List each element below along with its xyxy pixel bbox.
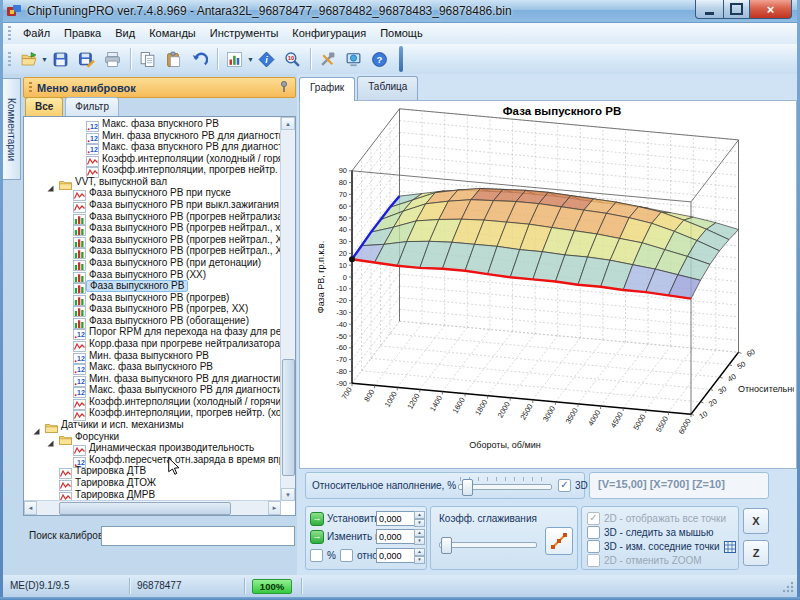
comments-side-tab[interactable]: Комментарии	[3, 78, 21, 180]
option-checkbox-2[interactable]: 3D - изм. соседние точки	[587, 540, 736, 553]
tree-item[interactable]: Фаза выпускного РВ при выкл.зажигания	[25, 199, 280, 211]
relative-value-input[interactable]	[376, 548, 416, 563]
scroll-right-icon[interactable]: ►	[268, 501, 281, 515]
change-value-spinner[interactable]: ▲▼	[414, 529, 425, 544]
toolbar-info-button[interactable]: i	[255, 47, 279, 71]
change-value-input[interactable]	[376, 529, 416, 544]
tree-item[interactable]: Фаза выпускного РВ (обогащение)	[25, 315, 280, 327]
tab-table[interactable]: Таблица	[357, 76, 418, 100]
resize-grip[interactable]	[781, 578, 795, 594]
scroll-up-icon[interactable]: ▲	[281, 117, 295, 130]
smoothing-slider[interactable]	[439, 533, 537, 555]
tree-item[interactable]: VVT, выпускной вал	[25, 176, 280, 188]
tree-item[interactable]: Фаза выпускного РВ (прогрев нейтрализато…	[25, 211, 280, 223]
toolbar-chart-view-button[interactable]	[223, 47, 247, 71]
fill-slider[interactable]	[458, 475, 552, 497]
menu-item-3[interactable]: Команды	[142, 24, 203, 42]
menu-item-6[interactable]: Помощь	[373, 24, 430, 42]
tree-item[interactable]: Датчики и исп. механизмы	[25, 419, 280, 431]
3d-checkbox-box[interactable]: ✓	[558, 479, 571, 492]
tree-item[interactable]: 12Мин. фаза выпускного РВ для диагностик…	[25, 373, 280, 385]
toolbar-undo-button[interactable]	[188, 47, 212, 71]
tree-horizontal-scrollbar[interactable]: ◄ ►	[24, 500, 281, 515]
toolbar-open-file-button[interactable]	[17, 47, 41, 71]
menu-item-0[interactable]: Файл	[16, 24, 57, 42]
menu-item-5[interactable]: Конфигурация	[285, 24, 373, 42]
tree-vertical-scrollbar[interactable]: ▲ ▼	[280, 117, 295, 501]
tree-item[interactable]: Фаза выпускного РВ (прогрев нейтрал., ХХ…	[25, 245, 280, 257]
tree-item[interactable]: 12Коэфф.пересчета отн.заряда в время впр…	[25, 454, 280, 466]
option-checkbox-1[interactable]: 3D - следить за мышью	[587, 526, 714, 539]
tree-item[interactable]: Коэфф.интерполяции (холодный / горячий )	[25, 153, 280, 165]
menu-item-2[interactable]: Вид	[108, 24, 142, 42]
scroll-down-icon[interactable]: ▼	[281, 488, 295, 501]
tree-item[interactable]: Динамическая производительность	[25, 442, 280, 454]
edit-points-button[interactable]	[545, 527, 573, 555]
checkbox-box[interactable]: ✓	[587, 512, 600, 525]
tree-item[interactable]: Фаза выпускного РВ (прогрев, ХХ)	[25, 303, 280, 315]
tree-item[interactable]: 12Мин. фаза выпускного РВ	[25, 350, 280, 362]
tree-item[interactable]: 12Макс. фаза впускного РВ для диагностик…	[25, 141, 280, 153]
tree-item[interactable]: Форсунки	[25, 431, 280, 443]
set-value-input[interactable]	[376, 511, 416, 526]
toolbar-save-as-button[interactable]	[75, 47, 99, 71]
checkbox-box[interactable]	[587, 540, 600, 553]
tree-item[interactable]: Фаза выпускного РВ (при детонации)	[25, 257, 280, 269]
slider-groove[interactable]	[439, 542, 537, 548]
toolbar-help-button[interactable]: ?	[368, 47, 392, 71]
tree-item[interactable]: Корр.фаза при прогреве нейтрализатора	[25, 338, 280, 350]
tree-item[interactable]: Фаза выпускного РВ (прогрев нейтрал., хо…	[25, 222, 280, 234]
tree-item[interactable]: Коэфф.интерполяции, прогрев нейтр. (холо…	[25, 164, 280, 176]
option-checkbox-0[interactable]: ✓2D - отображать все точки	[587, 512, 726, 525]
tree-expander-icon[interactable]	[33, 421, 40, 428]
tree-item[interactable]: Фаза выпускного РВ при пуске	[25, 187, 280, 199]
menu-item-1[interactable]: Правка	[57, 24, 108, 42]
set-value-spinner[interactable]: ▲▼	[414, 511, 425, 526]
pin-icon[interactable]	[277, 80, 291, 94]
relative-checkbox-box[interactable]	[340, 549, 353, 562]
close-button[interactable]: ×	[750, 0, 792, 19]
tree-item[interactable]: 12Макс. фаза выпускного РВ для диагности…	[25, 384, 280, 396]
vertical-scroll-thumb[interactable]	[282, 359, 295, 476]
relative-value-spinner[interactable]: ▲▼	[414, 548, 425, 563]
tree-item[interactable]: Коэфф.интерполяции, прогрев нейтр. (холо…	[25, 407, 280, 419]
tab-filter[interactable]: Фильтр	[65, 97, 119, 116]
tree-item[interactable]: Фаза выпускного РВ (прогрев нейтрал., ХХ…	[25, 234, 280, 246]
tree-item[interactable]: Тарировка ДТОЖ	[25, 477, 280, 489]
tree-item[interactable]: Фаза выпускного РВ (ХХ)	[25, 269, 280, 281]
tree-item[interactable]: Фаза выпускного РВ (прогрев)	[25, 292, 280, 304]
option-checkbox-3[interactable]: 2D - отменить ZOOM	[587, 554, 702, 567]
toolbar-print-button[interactable]	[101, 47, 125, 71]
change-value-button[interactable]: → Изменить на	[310, 530, 386, 544]
checkbox-box[interactable]	[587, 554, 600, 567]
3d-checkbox[interactable]: ✓ 3D	[558, 479, 588, 492]
toolbar-tools-button[interactable]	[316, 47, 340, 71]
tab-all[interactable]: Все	[25, 97, 63, 116]
calibration-search-input[interactable]	[101, 526, 295, 546]
tree-item-selected[interactable]: Фаза выпускного РВ	[25, 280, 280, 292]
tree-expander-icon[interactable]	[47, 433, 54, 440]
maximize-button[interactable]	[724, 0, 750, 19]
toolbar-save-button[interactable]	[49, 47, 73, 71]
menu-item-4[interactable]: Инструменты	[203, 24, 286, 42]
toolbar-zoom-scale-button[interactable]: 10	[281, 47, 305, 71]
slider-thumb[interactable]	[462, 479, 473, 496]
toolbar-copy-button[interactable]	[136, 47, 160, 71]
tab-graph[interactable]: График	[299, 77, 355, 101]
toolbar-paste-button[interactable]	[162, 47, 186, 71]
tree-item[interactable]: Тарировка ДТВ	[25, 465, 280, 477]
toolbar-online-update-button[interactable]	[342, 47, 366, 71]
tree-item[interactable]: 12Порог RPM для перехода на фазу для реж…	[25, 326, 280, 338]
tree-item[interactable]: 12Макс. фаза впускного РВ	[25, 118, 280, 130]
z-axis-button[interactable]: Z	[743, 540, 769, 566]
tree-item[interactable]: 12Мин. фаза впускного РВ для диагностики	[25, 130, 280, 142]
slider-thumb[interactable]	[441, 537, 452, 554]
tree-expander-icon[interactable]	[47, 178, 54, 185]
checkbox-box[interactable]	[587, 526, 600, 539]
percent-checkbox[interactable]: %	[310, 549, 336, 562]
surface-chart[interactable]: -90-80-70-60-50-40-30-20-100102030405060…	[299, 100, 797, 469]
chart-view-dropdown-icon[interactable]: ▼	[247, 56, 254, 63]
tree-item[interactable]: Тарировка ДМРВ	[25, 489, 280, 501]
open-file-dropdown-icon[interactable]: ▼	[41, 56, 48, 63]
percent-checkbox-box[interactable]	[310, 549, 323, 562]
